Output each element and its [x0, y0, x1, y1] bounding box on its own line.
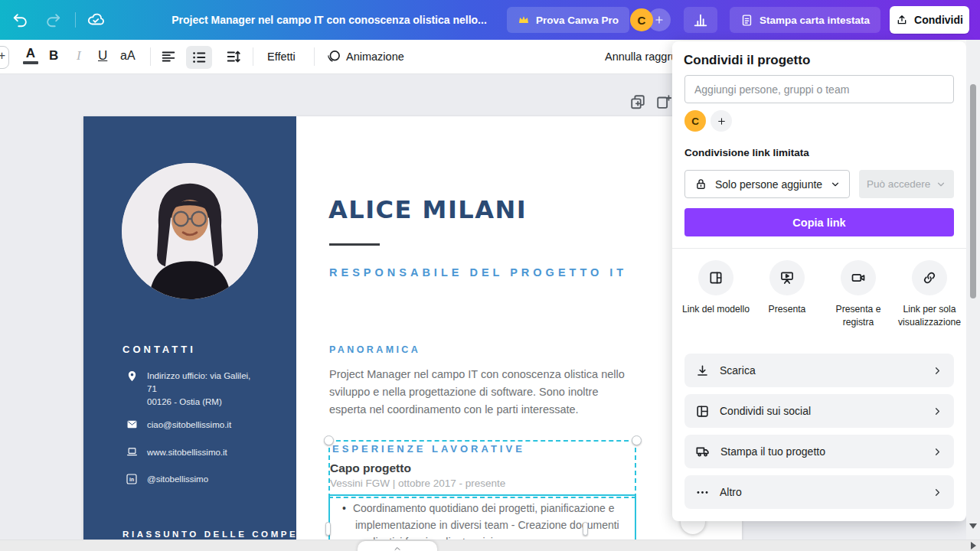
share-button-label: Condividi: [914, 14, 963, 26]
selection-side-handle[interactable]: [325, 522, 331, 536]
line-spacing-button[interactable]: [225, 48, 242, 65]
save-status-button[interactable]: [86, 10, 106, 30]
redo-icon: [44, 11, 61, 28]
plus-icon: +: [0, 49, 5, 63]
quick-action-label: Presenta: [769, 303, 806, 316]
link-access-dropdown[interactable]: Solo persone aggiunte: [684, 170, 850, 198]
linkedin-icon: in: [126, 473, 138, 486]
animation-icon: [326, 49, 341, 64]
overview-heading[interactable]: PANORAMICA: [329, 344, 420, 355]
profile-photo-illustration: [122, 163, 258, 299]
view-only-link-icon: [922, 270, 937, 285]
menu-item-label: Stampa il tuo progetto: [720, 445, 825, 458]
contacts-heading[interactable]: CONTATTI: [122, 344, 196, 355]
menu-item-label: Scarica: [720, 364, 756, 377]
animate-button[interactable]: [326, 49, 341, 64]
more-dots-icon: [695, 485, 710, 500]
try-canva-pro-button[interactable]: Prova Canva Pro: [507, 7, 629, 33]
overview-paragraph[interactable]: Project Manager nel campo IT con conosce…: [329, 366, 625, 419]
text-color-swatch: [23, 61, 38, 64]
resume-page[interactable]: CONTATTI Indirizzo ufficio: via Galilei,…: [83, 116, 742, 551]
plus-icon: [717, 116, 727, 126]
quick-action-view-only-link[interactable]: Link per sola visualizzazione: [893, 260, 966, 329]
selection-corner-handle[interactable]: [324, 435, 334, 445]
insights-button[interactable]: [684, 7, 717, 33]
bullet-list-button[interactable]: [186, 46, 212, 69]
user-avatar[interactable]: C: [630, 8, 653, 31]
bold-button[interactable]: B: [49, 48, 58, 64]
try-canva-pro-label: Prova Canva Pro: [536, 15, 619, 26]
skills-heading[interactable]: RIASSUNTO DELLE COMPETENZE: [122, 530, 341, 539]
vertical-scrollbar[interactable]: [966, 40, 980, 540]
shared-user-avatar[interactable]: C: [684, 110, 706, 132]
panel-divider: [672, 248, 966, 249]
chevron-right-icon: [932, 406, 943, 417]
selection-side-handle[interactable]: [583, 522, 588, 536]
overview-line: esperta nel coordinamento con le parti i…: [329, 401, 625, 419]
resume-role[interactable]: RESPONSABILE DEL PROGETTO IT: [329, 266, 627, 279]
effects-button[interactable]: Effetti: [267, 51, 296, 63]
quick-action-template-link[interactable]: Link del modello: [679, 260, 753, 316]
menu-item-label: Altro: [720, 486, 742, 498]
profile-photo[interactable]: [122, 163, 258, 299]
menu-item-more[interactable]: Altro: [684, 475, 954, 509]
vertical-scrollbar-thumb[interactable]: [970, 84, 976, 298]
overview-line: sviluppo e nella progettazione di softwa…: [329, 383, 625, 401]
chevron-down-icon: [936, 179, 946, 190]
align-button[interactable]: [160, 48, 177, 65]
add-page-button[interactable]: [655, 93, 672, 110]
topbar: Project Manager nel campo IT con conosce…: [0, 0, 980, 40]
underline-button[interactable]: U: [98, 48, 107, 64]
address-line: 71: [147, 383, 250, 396]
lock-icon: [694, 178, 707, 191]
menu-item-print-project[interactable]: Stampa il tuo progetto: [684, 435, 954, 468]
job-meta[interactable]: Vessini FGW | ottobre 2017 - presente: [330, 478, 505, 489]
chevron-right-icon: [932, 365, 943, 377]
experience-heading[interactable]: ESPERIENZE LAVORATIVE: [332, 443, 525, 455]
chevron-down-icon: [830, 179, 841, 190]
align-left-icon: [160, 48, 177, 65]
contact-linkedin[interactable]: in @sitobellissimo: [126, 473, 208, 486]
contact-website[interactable]: www.sitobellissimo.it: [126, 446, 227, 459]
animate-label: Animazione: [346, 51, 404, 63]
text-color-button[interactable]: A: [23, 46, 38, 64]
job-title[interactable]: Capo progetto: [330, 461, 411, 475]
text-color-label: A: [23, 46, 38, 60]
quick-action-label: Presenta e registra: [822, 303, 895, 329]
quick-action-present-record[interactable]: Presenta e registra: [822, 260, 895, 329]
design-title[interactable]: Project Manager nel campo IT con conosce…: [115, 0, 544, 40]
menu-item-share-social[interactable]: Condividi sui social: [684, 394, 954, 428]
link-permission-dropdown[interactable]: Può accedere: [859, 170, 954, 198]
duplicate-page-button[interactable]: [629, 93, 646, 110]
selection-corner-handle[interactable]: [632, 435, 642, 445]
italic-button[interactable]: I: [77, 48, 81, 64]
quick-action-label: Link per sola visualizzazione: [893, 303, 966, 329]
toolbar-divider: [150, 47, 151, 66]
text-case-button[interactable]: aA: [120, 49, 136, 63]
chevron-up-icon: [393, 544, 402, 551]
resume-name[interactable]: ALICE MILANI: [328, 195, 527, 224]
chevron-right-icon: [932, 487, 943, 498]
link-sharing-label: Condivisione link limitata: [684, 147, 809, 158]
font-size-stepper[interactable]: +: [0, 46, 9, 69]
page-controls-pill[interactable]: [358, 541, 437, 551]
add-people-button[interactable]: [710, 110, 732, 132]
menu-item-download[interactable]: Scarica: [684, 354, 954, 387]
crown-icon: [518, 14, 530, 26]
scroll-right-arrow-icon[interactable]: [971, 542, 976, 549]
line-spacing-icon: [225, 48, 242, 65]
print-letterhead-button[interactable]: Stampa carta intestata: [730, 7, 880, 33]
share-people-input[interactable]: [684, 75, 954, 103]
job-bullet-line: implementazione in diversi team - Creazi…: [342, 517, 635, 533]
copy-link-button[interactable]: Copia link: [684, 208, 954, 236]
location-pin-icon: [126, 370, 138, 409]
undo-button[interactable]: [11, 10, 31, 30]
contact-address[interactable]: Indirizzo ufficio: via Galilei, 71 00126…: [126, 370, 250, 409]
horizontal-scrollbar[interactable]: [0, 540, 980, 551]
website-value: www.sitobellissimo.it: [147, 446, 227, 459]
contact-email[interactable]: ciao@sitobellissimo.it: [126, 419, 231, 432]
quick-action-present[interactable]: Presenta: [750, 260, 824, 316]
share-button[interactable]: Condividi: [890, 6, 969, 34]
redo-button[interactable]: [43, 10, 63, 30]
scroll-down-arrow-icon[interactable]: [969, 523, 977, 529]
